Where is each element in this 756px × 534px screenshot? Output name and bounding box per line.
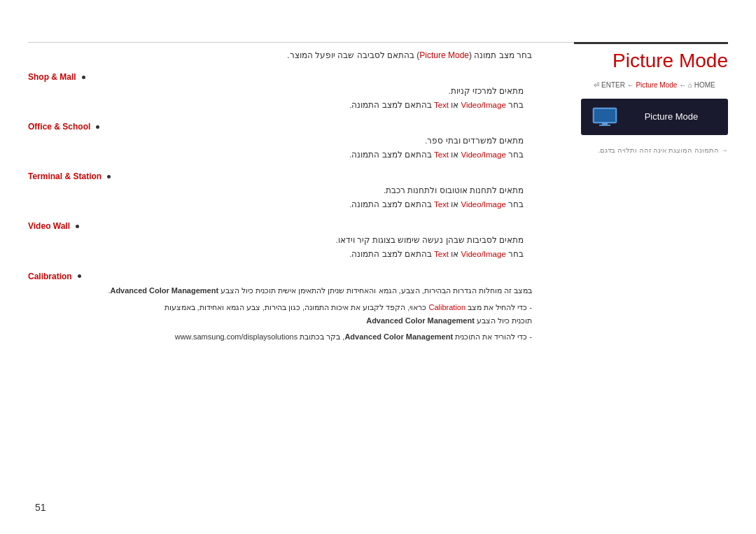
bullet-video-wall [76, 225, 79, 228]
breadcrumb-enter-icon: ⏎ [594, 81, 599, 89]
monitor-icon [592, 107, 617, 127]
breadcrumb-picture-mode: Picture Mode [636, 81, 677, 89]
bullet-terminal-station [107, 175, 111, 178]
section-title-terminal-station: Terminal & Station [28, 171, 532, 181]
picture-mode-ref: Picture Mode [419, 50, 469, 60]
shop-mall-desc1: מתאים למרכזי קניות. [28, 85, 524, 99]
section-shop-mall: Shop & Mall מתאים למרכזי קניות. בחר Vide… [28, 72, 532, 112]
office-school-desc2: בחר Video/Image או Text בהתאם למצב התמונ… [28, 148, 524, 162]
section-title-calibration: Calibration [28, 272, 532, 281]
calibration-sub2: - כדי להוריד את התוכנית Advanced Color M… [28, 330, 532, 344]
panel-title: Picture Mode [581, 49, 728, 73]
terminal-station-desc1: מתאים לתחנות אוטובוס ולתחנות רכבת. [28, 184, 524, 198]
terminal-station-desc2: בחר Video/Image או Text בהתאם למצב התמונ… [28, 198, 524, 212]
section-title-video-wall: Video Wall [28, 221, 532, 231]
breadcrumb-home: HOME [694, 81, 715, 89]
section-video-wall: Video Wall מתאים לסביבות שבהן נעשה שימוש… [28, 221, 532, 261]
section-title-shop-mall: Shop & Mall [28, 72, 532, 82]
breadcrumb: ⏎ ENTER ← Picture Mode ← ⌂ HOME [581, 81, 728, 89]
office-school-label: Office & School [28, 122, 90, 132]
section-title-office-school: Office & School [28, 122, 532, 132]
video-wall-desc2: בחר Video/Image או Text בהתאם למצב התמונ… [28, 248, 524, 262]
shop-mall-label: Shop & Mall [28, 72, 76, 82]
bullet-office-school [96, 125, 99, 129]
office-school-desc1: מתאים למשרדים ובתי ספר. [28, 134, 524, 148]
svg-rect-2 [602, 123, 608, 125]
calibration-sub1: - כדי להחיל את מצב Calibration כראוי, הק… [28, 301, 532, 314]
intro-line: בחר מצב תמונה (Picture Mode) בהתאם לסביב… [28, 49, 532, 62]
right-top-rule [574, 42, 728, 44]
breadcrumb-arrow: ← [679, 81, 688, 89]
preview-label: Picture Mode [626, 111, 717, 122]
section-terminal-station: Terminal & Station מתאים לתחנות אוטובוס … [28, 171, 532, 211]
page-number: 51 [35, 502, 46, 513]
bullet-shop-mall [82, 76, 85, 79]
preview-box: Picture Mode [581, 99, 728, 135]
video-wall-label: Video Wall [28, 221, 70, 231]
breadcrumb-enter: ENTER ← [601, 81, 636, 89]
bullet-calibration [78, 274, 81, 278]
left-content: בחר מצב תמונה (Picture Mode) בהתאם לסביב… [28, 49, 532, 353]
section-calibration: Calibration במצב זה מוחלות הגדרות הבהירו… [28, 272, 532, 344]
right-panel: Picture Mode ⏎ ENTER ← Picture Mode ← ⌂ … [581, 49, 728, 155]
video-wall-desc1: מתאים לסביבות שבהן נעשה שימוש בצוגות קיר… [28, 234, 524, 248]
calibration-desc-main: במצב זה מוחלות הגדרות הבהירות, הצבע, הגמ… [28, 284, 532, 297]
breadcrumb-home-icon: ⌂ [688, 81, 692, 89]
terminal-station-label: Terminal & Station [28, 171, 102, 181]
calibration-label: Calibration [28, 272, 72, 281]
footnote: → התמונה המוצגת אינה זהה ותלויה בדגם. [581, 145, 728, 155]
calibration-sub1b: תוכנית כיול הצבע Advanced Color Manageme… [28, 314, 532, 328]
svg-rect-1 [594, 109, 615, 122]
shop-mall-desc2: בחר Video/Image או Text בהתאם למצב התמונ… [28, 99, 524, 113]
svg-rect-3 [599, 125, 610, 126]
section-office-school: Office & School מתאים למשרדים ובתי ספר. … [28, 122, 532, 162]
